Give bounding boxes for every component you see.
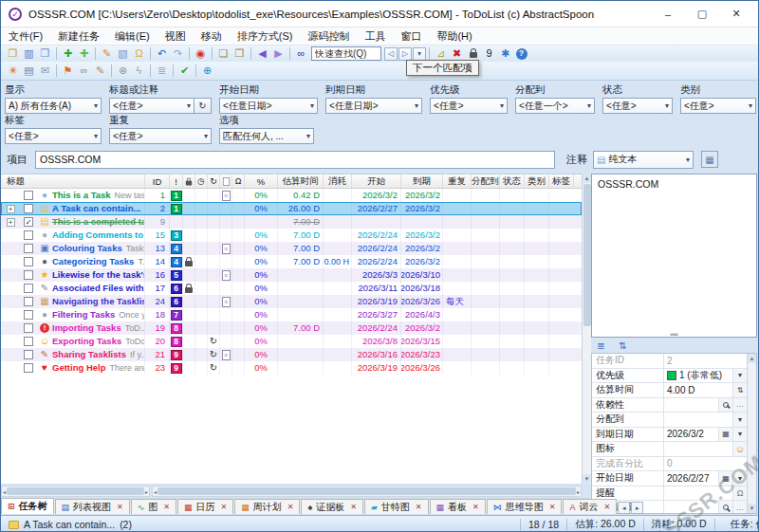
table-row[interactable]: ▣ Colouring TasksTasks... 13 4 ≡ 0% 7.00… bbox=[1, 242, 582, 255]
close-tab-icon[interactable]: ✕ bbox=[117, 503, 123, 511]
task-title-cell[interactable]: Sharing TasklistsIf y... bbox=[52, 348, 145, 361]
attribute-value[interactable] bbox=[664, 398, 718, 413]
scroll-right-icon[interactable]: ▸ bbox=[145, 488, 148, 495]
attribute-value[interactable]: 0 bbox=[664, 457, 747, 471]
view-tab[interactable]: ▤ 列表视图 ✕ bbox=[55, 499, 130, 514]
task-checkbox[interactable] bbox=[24, 350, 33, 359]
column-header[interactable]: 状态 bbox=[500, 174, 525, 188]
filter-combo[interactable]: <任意> ▾ bbox=[430, 98, 508, 114]
task-checkbox-cell[interactable] bbox=[20, 268, 37, 282]
column-header[interactable]: 分配到 bbox=[472, 174, 500, 188]
password-lock-icon[interactable] bbox=[465, 46, 481, 61]
filter-combo[interactable]: A) 所有任务(A) ▾ bbox=[5, 98, 102, 114]
expand-toggle[interactable] bbox=[1, 229, 20, 242]
brush-icon[interactable]: ✎ bbox=[92, 64, 108, 78]
menu-item[interactable]: 新建任务 bbox=[58, 29, 100, 44]
maximize-comments-icon[interactable]: ❐ bbox=[231, 46, 248, 61]
expand-toggle[interactable] bbox=[1, 242, 20, 255]
attribute-value[interactable] bbox=[664, 486, 732, 501]
undo-icon[interactable]: ↶ bbox=[154, 46, 170, 61]
task-checkbox-cell[interactable] bbox=[20, 308, 37, 321]
menu-item[interactable]: 移动 bbox=[201, 29, 222, 44]
tab-scroll-right-icon[interactable]: ▸ bbox=[631, 502, 643, 514]
column-header[interactable]: 类别 bbox=[525, 174, 549, 188]
task-checkbox[interactable] bbox=[24, 270, 33, 280]
task-checkbox-cell[interactable] bbox=[20, 348, 37, 361]
attributes-scrollbar[interactable]: ▲ ▼ bbox=[747, 354, 756, 513]
table-row[interactable]: + ✓ ▤ This is a completed task 9 7.00 D bbox=[1, 215, 582, 229]
filter-combo[interactable]: <任意日期> ▾ bbox=[325, 98, 422, 114]
yin-yang-icon[interactable]: 9 bbox=[481, 46, 497, 61]
close-tab-icon[interactable]: ✕ bbox=[287, 503, 294, 511]
task-checkbox[interactable] bbox=[24, 244, 33, 253]
task-title-cell[interactable]: Categorizing TasksT... bbox=[52, 255, 145, 268]
save-tasklist-icon[interactable]: ▥ bbox=[21, 46, 37, 61]
task-checkbox[interactable] bbox=[24, 363, 33, 373]
scroll-up-icon[interactable]: ▲ bbox=[583, 174, 591, 183]
table-row[interactable]: ▦ Navigating the Tasklist 24 6 ≡ 0% 2026… bbox=[1, 295, 582, 308]
table-row[interactable]: ★ Likewise for the task's ... 16 5 ≡ 0% … bbox=[1, 268, 582, 282]
task-checkbox[interactable] bbox=[24, 297, 33, 306]
chevron-down-icon[interactable]: ▾ bbox=[732, 471, 747, 486]
spinner-icon[interactable]: ⇅ bbox=[732, 383, 747, 397]
close-tab-icon[interactable]: ✕ bbox=[604, 503, 611, 511]
task-title-cell[interactable]: Colouring TasksTasks... bbox=[52, 242, 145, 255]
attribute-value[interactable]: 1 (非常低) bbox=[664, 369, 732, 383]
find-tasks-icon[interactable]: ∞ bbox=[293, 46, 309, 61]
expand-toggle[interactable] bbox=[1, 295, 20, 308]
task-title-cell[interactable]: Filtering TasksOnce y... bbox=[52, 308, 145, 321]
close-tab-icon[interactable]: ✕ bbox=[472, 503, 479, 511]
column-header[interactable]: 标题 bbox=[1, 174, 145, 188]
redo-icon[interactable]: ↷ bbox=[170, 46, 186, 61]
expand-toggle[interactable] bbox=[1, 255, 20, 268]
task-checkbox-cell[interactable] bbox=[20, 255, 37, 268]
task-checkbox[interactable] bbox=[24, 310, 33, 320]
column-header[interactable]: 开始 bbox=[352, 174, 401, 188]
task-checkbox-cell[interactable] bbox=[20, 189, 37, 202]
web-update-icon[interactable]: ⊕ bbox=[199, 64, 215, 78]
minimize-button[interactable]: – bbox=[654, 5, 682, 24]
back-icon[interactable]: ◀ bbox=[254, 46, 270, 61]
scroll-down-icon[interactable]: ▼ bbox=[583, 474, 591, 484]
edit-task-icon[interactable]: ✎ bbox=[99, 46, 115, 61]
task-checkbox[interactable] bbox=[24, 257, 33, 266]
filter-combo[interactable]: 匹配任何人, ... ▾ bbox=[219, 128, 314, 144]
table-row[interactable]: ● Filtering TasksOnce y... 18 7 0% 2026/… bbox=[1, 308, 582, 321]
task-title-cell[interactable]: This is a TaskNew tas... bbox=[52, 189, 145, 202]
splitter-grip[interactable]: ▬ bbox=[660, 333, 689, 337]
menu-item[interactable]: 源码控制 bbox=[307, 29, 349, 44]
task-title-cell[interactable]: Adding Comments to T... bbox=[52, 229, 145, 242]
forward-icon[interactable]: ▶ bbox=[270, 46, 287, 61]
column-header[interactable]: 到期 bbox=[401, 174, 443, 188]
scroll-down-icon[interactable]: ▼ bbox=[748, 504, 756, 513]
maximize-button[interactable]: ▢ bbox=[688, 5, 716, 24]
table-row[interactable]: ● This is a TaskNew tas... 1 1 ≡ 0% 0.42… bbox=[1, 189, 582, 202]
menu-item[interactable]: 窗口 bbox=[400, 29, 421, 44]
attribute-value[interactable]: 2026/2/27 bbox=[664, 471, 718, 486]
columns-hscrollbar[interactable]: ◂ ▸ bbox=[152, 486, 582, 497]
attribute-value[interactable]: 4.00 D bbox=[664, 383, 732, 397]
task-checkbox[interactable] bbox=[24, 337, 33, 346]
view-tab[interactable]: ▦ 周计划 ✕ bbox=[234, 499, 300, 514]
smiley-icon[interactable]: ☺ bbox=[732, 442, 747, 456]
expand-toggle[interactable] bbox=[1, 268, 20, 282]
task-checkbox[interactable] bbox=[24, 191, 33, 200]
chevron-down-icon[interactable]: ▾ bbox=[732, 428, 747, 442]
delete-task-icon[interactable]: ✖ bbox=[449, 46, 465, 61]
menu-item[interactable]: 编辑(E) bbox=[115, 29, 150, 44]
expand-toggle[interactable] bbox=[1, 321, 20, 335]
expand-toggle[interactable] bbox=[1, 308, 20, 321]
maximize-tasklist-icon[interactable]: ❏ bbox=[215, 46, 231, 61]
cancel-icon[interactable]: ⊗ bbox=[115, 64, 131, 78]
attribute-value[interactable]: 2026/3/2 bbox=[664, 428, 718, 442]
bell-icon[interactable]: Ω bbox=[732, 486, 747, 501]
magnifier-icon[interactable] bbox=[718, 501, 732, 514]
task-checkbox[interactable]: ✓ bbox=[24, 217, 33, 227]
activity-log-icon[interactable]: ≣ bbox=[154, 64, 170, 78]
attribute-value[interactable] bbox=[664, 501, 718, 514]
expand-toggle[interactable] bbox=[1, 348, 20, 361]
column-header[interactable]: Ω bbox=[232, 174, 245, 188]
new-task-icon[interactable]: ✚ bbox=[60, 46, 76, 61]
reminder-bell-icon[interactable]: Ω bbox=[131, 46, 147, 61]
task-title-cell[interactable]: A Task can contain...O... bbox=[52, 202, 145, 215]
